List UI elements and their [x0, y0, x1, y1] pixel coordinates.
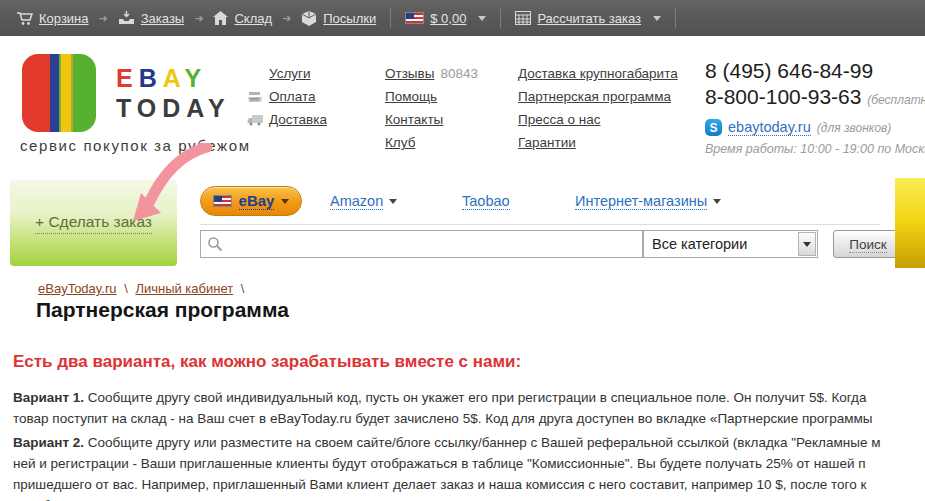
breadcrumb-separator: \: [124, 281, 128, 296]
nav-row: Доставка: [247, 108, 327, 131]
topbar-item-label: Посылки: [323, 11, 376, 26]
nav-link-services[interactable]: Услуги: [269, 66, 311, 81]
search-button-label: Поиск: [849, 237, 886, 253]
nav-link-club[interactable]: Клуб: [385, 135, 415, 150]
variant1-lead: Вариант 1.: [13, 390, 84, 405]
nav-column-more: Доставка крупногабарита Партнерская прог…: [518, 62, 678, 154]
nav-column-info: Отзывы 80843 Помощь Контакты Клуб: [385, 62, 478, 154]
package-icon: [301, 11, 317, 26]
section-heading: Есть два варианта, как можно зарабатыват…: [13, 352, 521, 372]
search-icon: [207, 236, 223, 256]
skype-link[interactable]: ebaytoday.ru: [728, 119, 811, 136]
divider: [500, 8, 501, 28]
calculate-order-dropdown[interactable]: Рассчитать заказ: [515, 11, 661, 26]
calculator-icon: [515, 11, 531, 25]
nav-row: Оплата: [247, 85, 327, 108]
select-arrow-icon: [798, 232, 816, 256]
chevron-down-icon: [389, 199, 397, 204]
topbar-item-orders[interactable]: Заказы: [118, 11, 184, 26]
search-input[interactable]: [200, 230, 643, 258]
yellow-strip: [895, 178, 925, 268]
divider: [675, 8, 676, 28]
category-select-value: Все категории: [644, 236, 798, 252]
phone-tollfree-row: 8-800-100-93-63 (бесплатный: [705, 84, 925, 113]
logo-text: EBAY TODAY: [116, 63, 231, 123]
breadcrumb-separator: \: [241, 281, 245, 296]
variant2-paragraph: Вариант 2. Сообщите другу или разместите…: [13, 432, 880, 501]
breadcrumb: eBayToday.ru \ Личный кабинет \: [38, 281, 248, 296]
variant2-line3: пришедшего от вас. Например, приглашенны…: [13, 474, 880, 495]
make-order-button[interactable]: + Сделать заказ: [10, 180, 177, 266]
topbar-item-warehouse[interactable]: Склад: [213, 11, 272, 26]
variant2-line2: ней и регистрации - Ваши приглашенные кл…: [13, 453, 880, 474]
currency-dropdown[interactable]: $ 0,00: [405, 11, 486, 26]
nav-link-help[interactable]: Помощь: [385, 89, 437, 104]
calculate-order-label: Рассчитать заказ: [537, 11, 641, 26]
tab-amazon[interactable]: Amazon: [330, 185, 397, 217]
tab-amazon-label: Amazon: [330, 193, 383, 210]
nav-row: Услуги: [247, 62, 327, 85]
reviews-count: 80843: [440, 66, 478, 81]
us-flag-icon: [213, 195, 232, 207]
topbar: Корзина ➜ Заказы ➜ Склад ➜ Посылки $ 0,0…: [0, 0, 925, 36]
nav-link-reviews[interactable]: Отзывы: [385, 66, 434, 81]
nav-link-partner-program[interactable]: Партнерская программа: [518, 89, 671, 104]
chevron-down-icon: [713, 199, 721, 204]
tab-internet-shops[interactable]: Интернет-магазины: [575, 185, 721, 217]
step-arrow-icon: ➜: [99, 12, 108, 25]
topbar-item-label: Заказы: [141, 11, 184, 26]
nav-link-guarantees[interactable]: Гарантии: [518, 135, 576, 150]
truck-icon: [247, 114, 269, 126]
tab-taobao-label: Taobao: [462, 193, 510, 210]
variant1-line1: Сообщите другу свой индивидуальный код, …: [88, 390, 867, 405]
tab-taobao[interactable]: Taobao: [462, 185, 510, 217]
main-content: eBayToday.ru \ Личный кабинет \ Партнерс…: [0, 268, 925, 501]
breadcrumb-home[interactable]: eBayToday.ru: [38, 281, 117, 296]
variant1-paragraph: Вариант 1. Сообщите другу свой индивидуа…: [13, 387, 872, 429]
search-button[interactable]: Поиск: [833, 230, 903, 258]
us-flag-icon: [405, 12, 424, 24]
chevron-down-icon: [478, 16, 486, 21]
logo-tv-icon: [22, 54, 96, 132]
contact-block: 8 (495) 646-84-99 8-800-100-93-63 (беспл…: [705, 58, 925, 156]
currency-value: $ 0,00: [430, 11, 466, 26]
page: Корзина ➜ Заказы ➜ Склад ➜ Посылки $ 0,0…: [0, 0, 925, 501]
breadcrumb-account[interactable]: Личный кабинет: [135, 281, 233, 296]
skype-icon: S: [705, 119, 722, 136]
marketplace-banner: + Сделать заказ eBay Amazon Taobao Интер…: [0, 178, 925, 268]
variant2-line4: Вам будет зачислено 25% от 10 $ = 2,5 $.: [13, 495, 880, 501]
logo[interactable]: EBAY TODAY: [22, 54, 231, 132]
nav-link-delivery[interactable]: Доставка: [269, 112, 327, 127]
category-select[interactable]: Все категории: [643, 230, 818, 258]
nav-link-press[interactable]: Пресса о нас: [518, 112, 600, 127]
page-title: Партнерская программа: [36, 298, 289, 322]
skype-row: S ebaytoday.ru (для звонков): [705, 119, 925, 136]
logo-word-ebay: EBAY: [116, 63, 231, 93]
header: EBAY TODAY сервис покупок за рубежом Усл…: [0, 36, 925, 178]
topbar-item-parcels[interactable]: Посылки: [301, 11, 376, 26]
variant2-line1: Сообщите другу или разместите на своем с…: [88, 435, 881, 450]
home-icon: [213, 11, 228, 25]
phone-primary: 8 (495) 646-84-99: [705, 58, 925, 84]
phone-tollfree: 8-800-100-93-63: [705, 85, 861, 108]
cart-icon: [16, 11, 33, 26]
phone-tollfree-note: (бесплатный: [867, 93, 925, 107]
nav-link-oversized-delivery[interactable]: Доставка крупногабарита: [518, 66, 678, 81]
working-hours: Время работы: 10:00 - 19:00 по Москве: [705, 142, 925, 156]
logo-word-today: TODAY: [116, 93, 231, 123]
tab-ebay-label: eBay: [239, 192, 275, 210]
logo-tagline: сервис покупок за рубежом: [20, 137, 251, 154]
nav-link-contacts[interactable]: Контакты: [385, 112, 443, 127]
topbar-item-cart[interactable]: Корзина: [16, 11, 89, 26]
variant2-lead: Вариант 2.: [13, 435, 84, 450]
skype-note: (для звонков): [817, 121, 892, 135]
step-arrow-icon: ➜: [282, 12, 291, 25]
nav-row: Отзывы 80843: [385, 62, 478, 85]
divider: [390, 8, 391, 28]
step-arrow-icon: ➜: [194, 12, 203, 25]
nav-link-payment[interactable]: Оплата: [269, 89, 315, 104]
tab-ebay[interactable]: eBay: [200, 186, 302, 216]
nav-column-services: Услуги Оплата Доставка: [247, 62, 327, 131]
topbar-item-label: Корзина: [39, 11, 89, 26]
make-order-label: + Сделать заказ: [35, 213, 152, 234]
